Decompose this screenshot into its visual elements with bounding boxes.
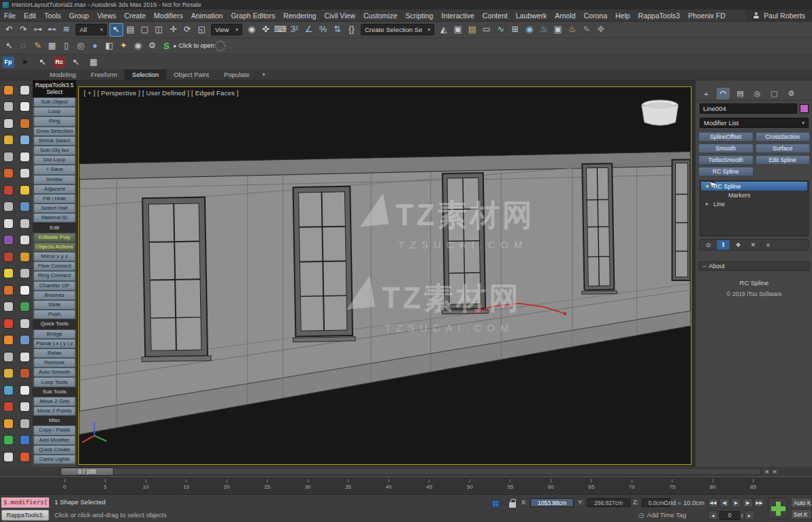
ribbon-tab[interactable]: Modeling [42,69,84,80]
use-pivot-center-icon[interactable]: ◉ [245,23,259,37]
ribbon-tab[interactable]: Populate [216,69,257,80]
time-slider-handle[interactable]: 0 / 100 [61,468,114,476]
rappatools-button[interactable]: Flow Connect [33,261,76,271]
left-toolbar-icon[interactable] [4,119,13,128]
align-icon[interactable]: ▣ [451,23,465,37]
rappatools-button[interactable]: Editable Poly [33,233,76,242]
left-toolbar-icon[interactable] [20,202,29,211]
menu-item[interactable]: Group [65,10,93,22]
spinner-snap-icon[interactable]: ⇅ [331,23,344,37]
selection-filter-dropdown[interactable]: All ▾ [76,24,107,35]
rappatools-button[interactable]: Ring Connect [33,271,76,280]
material-editor-icon[interactable]: ◉ [523,23,536,37]
previous-frame-button[interactable]: ◄ [763,468,770,475]
maxscript-icon[interactable]: S [160,39,174,53]
circle-helper-icon[interactable]: ◎ [74,39,88,53]
select-and-manipulate-icon[interactable]: ✜ [259,23,273,37]
undo-icon[interactable]: ↶ [3,23,16,37]
rectangular-selection-icon[interactable]: ▢ [138,23,152,37]
scene-object-tub[interactable] [642,100,679,125]
rappatools-button[interactable]: Slide [33,300,76,310]
pin-stack-icon[interactable]: ⊙ [702,240,715,250]
rappatools-button[interactable]: Push [33,310,76,319]
about-rollout-header[interactable]: − About [698,261,810,271]
sphere-icon[interactable]: ● [88,39,102,53]
menu-item[interactable]: RappaTools3 [634,10,684,22]
ribbon-toggle-icon[interactable]: ▭ [480,23,493,37]
unlink-selection-icon[interactable]: ⊷ [46,23,59,37]
menu-item[interactable]: Rendering [279,10,320,22]
bind-to-spacewarp-icon[interactable]: ≋ [60,23,74,37]
menu-item[interactable]: Views [93,10,120,22]
add-time-tag-button[interactable]: ◷ Add Time Tag [638,511,686,519]
next-key-icon[interactable]: |▶ [743,498,753,508]
rappatools-button[interactable]: Shrink Select [33,136,76,146]
menu-item[interactable]: Help [611,10,634,22]
ribbon-tab[interactable]: Freeform [84,69,125,80]
scene-explorer-icon[interactable]: ▤ [466,23,479,37]
rappatools-button[interactable]: Quick Tools [33,319,76,329]
rappatools-button[interactable]: Objects Actions [33,242,76,252]
crossing-selection-icon[interactable]: ◫ [152,23,166,37]
utilities-tab-icon[interactable]: ⚙ [785,88,798,99]
menu-item[interactable]: Edit [20,10,40,22]
left-toolbar-icon[interactable] [20,252,29,261]
menu-item[interactable]: Laubwerk [512,10,551,22]
track-bar[interactable]: 0510152025303540455055606570758085 [0,476,812,494]
time-slider-track[interactable] [59,468,761,475]
percent-snap-icon[interactable]: % [316,23,330,37]
display-tab-icon[interactable]: ▢ [768,88,781,99]
named-selection-sets-field[interactable]: Create Selection Se ▾ [361,24,434,35]
menu-item[interactable]: Customize [359,10,402,22]
gear-icon[interactable]: ⚙ [146,39,159,53]
go-to-end-icon[interactable]: ▶▶ [754,498,764,508]
window-object[interactable] [672,160,690,280]
rappatools-button[interactable]: Chamfer OP [33,281,76,291]
left-toolbar-icon[interactable] [20,119,29,128]
rappatools-button[interactable]: Fill / Hole [33,194,76,203]
rappatools-button[interactable]: Sub Tools [33,387,76,397]
object-color-swatch[interactable] [800,104,809,113]
menu-item[interactable]: Scripting [402,10,438,22]
left-toolbar-icon[interactable] [20,169,29,178]
chevron-down-icon[interactable]: ▾ [262,71,265,78]
left-toolbar-icon[interactable] [20,102,29,111]
rappatools-button[interactable]: Adjacent [33,184,76,194]
y-coordinate-field[interactable] [587,498,630,507]
snaps-toggle-icon[interactable]: 3² [288,23,302,37]
select-region-icon[interactable]: ↖ [3,39,16,53]
select-and-rotate-icon[interactable]: ⟳ [181,23,195,37]
left-toolbar-icon[interactable] [20,219,29,228]
schematic-view-icon[interactable]: ⊞ [508,23,522,37]
paint-brush-icon[interactable]: ✎ [31,39,45,53]
menu-item[interactable]: File [0,10,20,22]
left-toolbar-icon[interactable] [4,219,13,228]
rappatools-button[interactable]: Material ID [33,213,76,223]
rappatools-button[interactable]: Mirror x y z [33,252,76,261]
lasso-icon[interactable]: ◌ [17,39,31,53]
left-toolbar-icon[interactable] [4,269,13,278]
current-frame-field[interactable] [719,511,740,520]
box-icon[interactable]: ◧ [103,39,116,53]
left-toolbar-icon[interactable] [20,319,29,328]
previous-key-icon[interactable]: ◀| [719,498,730,508]
modifier-preset-button[interactable]: Edit Spline [756,155,811,165]
menu-item[interactable]: Modifiers [150,10,187,22]
left-toolbar-icon[interactable] [4,169,13,178]
modify-tab-icon[interactable]: ◠ [717,88,730,99]
left-toolbar-icon[interactable] [20,402,29,411]
auto-key-button[interactable]: Auto K [791,497,812,508]
rappatools-button[interactable]: Sub Obj Iso [33,146,76,155]
menu-item[interactable]: Civil View [321,10,359,22]
left-toolbar-icon[interactable] [20,353,29,361]
rappatools-button[interactable]: Loop Tools [33,377,76,387]
window-object[interactable] [139,197,211,362]
left-toolbar-icon[interactable] [4,319,13,328]
rappatools-button[interactable]: Cams Lights [33,455,76,464]
play-animation-icon[interactable]: ▶ [731,498,741,508]
edit-named-sets-icon[interactable]: {} [345,23,359,37]
menu-item[interactable]: Interactive [437,10,478,22]
left-toolbar-icon[interactable] [4,436,13,444]
rappatools-button[interactable]: Move 2 Points [33,406,76,416]
select-object-icon[interactable]: ↖ [110,23,123,37]
